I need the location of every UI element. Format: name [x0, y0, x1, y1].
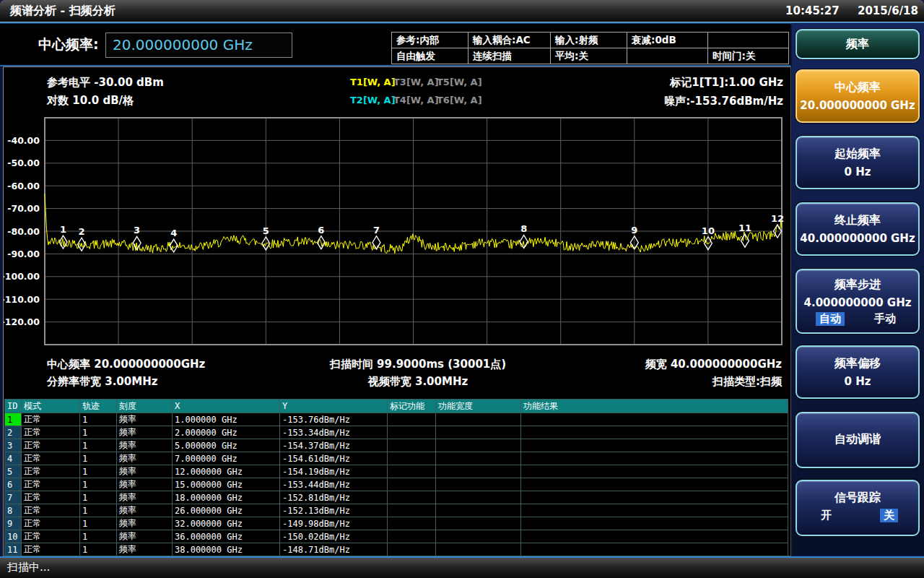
spectrum-plot: -40.00-50.00-60.00-70.00-80.00-90.00-100…: [4, 112, 789, 353]
marker-x-cell: 15.000000 GHz: [173, 478, 280, 491]
col-trace: 轨迹: [80, 400, 117, 413]
status-sweep-mode: 连续扫描: [468, 48, 551, 64]
func-width-cell: [436, 452, 521, 465]
marker-number: 4: [170, 228, 177, 238]
marker-number: 9: [631, 225, 637, 236]
marker-number: 7: [373, 225, 380, 236]
func-width-cell: [436, 439, 521, 452]
marker-id-cell: 10: [5, 530, 22, 543]
col-func-width: 功能宽度: [436, 400, 521, 413]
marker-number: 10: [702, 225, 715, 236]
softkey-stop-frequency[interactable]: 终止频率 40.000000000 GHz: [796, 202, 920, 256]
y-axis-tick-label: -50.00: [7, 158, 40, 168]
func-width-cell: [436, 491, 521, 504]
table-row[interactable]: 4正常1频率7.000000 GHz-154.61dBm/Hz: [5, 452, 788, 465]
func-result-cell: [521, 478, 788, 491]
marker-id-cell: 3: [5, 439, 22, 452]
softkey-center-frequency[interactable]: 中心频率 20.000000000 GHz: [796, 69, 920, 123]
status-empty-2: [627, 48, 708, 64]
marker-number: 8: [520, 223, 527, 234]
status-bar: 扫描中...: [0, 556, 924, 578]
marker-id-cell: 4: [5, 452, 22, 465]
table-row[interactable]: 1正常1频率1.000000 GHz-153.76dBm/Hz: [5, 413, 788, 426]
func-width-cell: [436, 504, 521, 517]
table-row[interactable]: 10正常1频率36.000000 GHz-150.02dBm/Hz: [5, 530, 788, 543]
marker-trace-cell: 1: [80, 491, 117, 504]
softkey-frequency-offset[interactable]: 频率偏移 0 Hz: [796, 345, 920, 399]
step-auto-option[interactable]: 自动: [816, 312, 845, 326]
marker-x-cell: 32.000000 GHz: [173, 517, 280, 530]
marker-func-cell: [388, 413, 436, 426]
marker-id-cell: 1: [5, 413, 22, 426]
softkey-value: 0 Hz: [797, 165, 918, 178]
marker-mode-cell: 正常: [22, 439, 80, 452]
softkey-auto-tune[interactable]: 自动调谐: [796, 412, 920, 468]
marker-y-cell: -152.81dBm/Hz: [280, 491, 388, 504]
table-row[interactable]: 6正常1频率15.000000 GHz-153.44dBm/Hz: [5, 478, 788, 491]
status-attenuation: 衰减:0dB: [627, 33, 708, 48]
marker-scale-cell: 频率: [117, 517, 173, 530]
func-width-cell: [436, 465, 521, 478]
footer-span: 频宽 40.000000000GHz: [645, 358, 782, 371]
trace-legend-t1: T1[W, A]: [350, 77, 396, 87]
table-row[interactable]: 2正常1频率2.000000 GHz-153.34dBm/Hz: [5, 426, 788, 439]
marker-y-cell: -153.44dBm/Hz: [280, 478, 388, 491]
marker-trace-cell: 1: [80, 504, 117, 517]
func-result-cell: [521, 413, 788, 426]
table-row[interactable]: 3正常1频率5.000000 GHz-154.37dBm/Hz: [5, 439, 788, 452]
func-result-cell: [521, 504, 788, 517]
table-row[interactable]: 5正常1频率12.000000 GHz-154.19dBm/Hz: [5, 465, 788, 478]
func-width-cell: [436, 543, 521, 556]
marker-func-cell: [388, 504, 436, 517]
marker-scale-cell: 频率: [117, 439, 173, 452]
track-off-option[interactable]: 关: [880, 509, 898, 522]
softkey-label: 起始频率: [797, 147, 918, 162]
func-result-cell: [521, 439, 788, 452]
table-row[interactable]: 8正常1频率26.000000 GHz-152.13dBm/Hz: [5, 504, 788, 517]
table-row[interactable]: 11正常1频率38.000000 GHz-148.71dBm/Hz: [5, 543, 788, 556]
softkey-label: 自动调谐: [797, 432, 918, 447]
marker-func-cell: [388, 530, 436, 543]
softkey-label: 频率步进: [797, 277, 918, 293]
status-input-coupling: 输入耦合:AC: [468, 33, 551, 48]
time-label: 10:45:27: [785, 4, 840, 17]
softkey-value: 4.000000000 GHz: [797, 296, 918, 309]
marker-number: 3: [134, 225, 140, 236]
marker-y-cell: -150.02dBm/Hz: [280, 530, 388, 543]
marker-x-cell: 38.000000 GHz: [173, 543, 280, 556]
table-row[interactable]: 7正常1频率18.000000 GHz-152.81dBm/Hz: [5, 491, 788, 504]
title-bar: 频谱分析 - 扫频分析 10:45:27 2015/6/18: [0, 0, 924, 22]
table-row[interactable]: 9正常1频率32.000000 GHz-149.98dBm/Hz: [5, 517, 788, 530]
marker-id-cell: 2: [5, 426, 22, 439]
marker-number: 2: [79, 226, 85, 237]
marker-scale-cell: 频率: [117, 504, 173, 517]
func-result-cell: [521, 543, 788, 556]
col-marker-func: 标记功能: [388, 400, 436, 413]
softkey-signal-track[interactable]: 信号跟踪 开 关: [796, 480, 920, 536]
marker-readout-noise: 噪声:-153.76dBm/Hz: [664, 95, 783, 108]
func-width-cell: [436, 413, 521, 426]
clock: 10:45:27 2015/6/18: [771, 0, 918, 22]
marker-mode-cell: 正常: [22, 491, 80, 504]
scale-label: 对数 10.0 dB/格: [47, 94, 134, 108]
marker-trace-cell: 1: [80, 543, 117, 556]
marker-mode-cell: 正常: [22, 530, 80, 543]
step-manual-option[interactable]: 手动: [871, 312, 899, 326]
footer-row-1: 中心频率 20.000000000GHz 扫描时间 99.9000ms (300…: [4, 358, 789, 374]
marker-id-cell: 11: [5, 543, 22, 556]
ref-level-label: 参考电平 -30.00 dBm: [47, 76, 164, 90]
trace-legend-t3: T3[W, A]: [393, 77, 439, 87]
marker-x-cell: 2.000000 GHz: [173, 426, 280, 439]
softkey-frequency-step[interactable]: 频率步进 4.000000000 GHz 自动 手动: [796, 269, 920, 334]
marker-scale-cell: 频率: [117, 452, 173, 465]
marker-y-cell: -153.34dBm/Hz: [280, 426, 388, 439]
center-freq-input[interactable]: 20.000000000 GHz: [105, 33, 292, 58]
softkey-start-frequency[interactable]: 起始频率 0 Hz: [796, 136, 920, 189]
center-freq-label: 中心频率:: [38, 35, 99, 54]
marker-id-cell: 5: [5, 465, 22, 478]
marker-mode-cell: 正常: [22, 504, 80, 517]
footer-vbw: 视频带宽 3.00MHz: [90, 375, 746, 389]
marker-scale-cell: 频率: [117, 465, 173, 478]
marker-func-cell: [388, 517, 436, 530]
track-on-option[interactable]: 开: [817, 509, 835, 522]
